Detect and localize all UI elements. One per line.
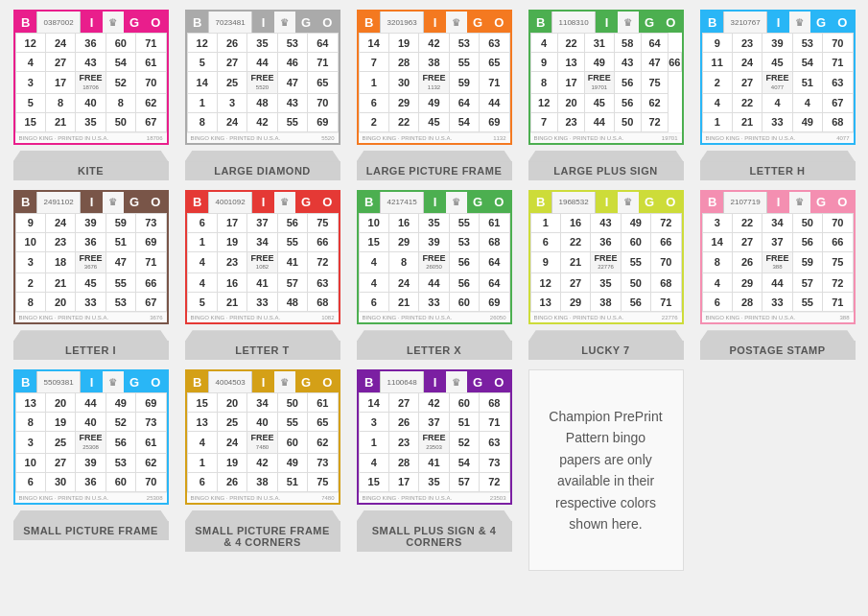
cell-r4-c1: 22 [388, 112, 418, 131]
cell-r4-c3: 55 [792, 293, 822, 312]
header-i: I [767, 12, 788, 33]
cell-r2-c3: 47 [106, 251, 135, 273]
cell-r4-c0: 7 [530, 112, 557, 131]
cell-r2-c0: 8 [530, 72, 557, 94]
card-tab-small-picture-frame: SMALL PICTURE FRAME [13, 510, 169, 540]
header-g: G [124, 12, 145, 33]
bingo-grid: 116434972622366066921FREE227765570122735… [530, 213, 682, 313]
header-o: O [488, 371, 509, 392]
cell-r0-c3: 50 [792, 213, 822, 232]
cell-r1-c4: 66 [651, 232, 681, 251]
header-b: B [187, 12, 208, 33]
header-g: G [295, 192, 317, 213]
header-i: I [596, 12, 617, 33]
cell-r2-c2: FREE26050 [419, 251, 449, 273]
header-serial: 3201963 [380, 12, 425, 33]
header-o: O [660, 12, 681, 33]
cell-r3-c2: 45 [585, 93, 614, 112]
header-serial: 1100648 [380, 371, 425, 392]
cell-r1-c4: 47 [641, 53, 668, 72]
cell-r4-c4: 75 [308, 472, 338, 491]
cell-r3-c3: 64 [449, 93, 479, 112]
cell-r0-c2: 35 [247, 34, 277, 53]
header-g: G [124, 371, 145, 392]
cell-r1-c2: 38 [419, 53, 449, 72]
tab-shape [528, 151, 684, 162]
cell-r1-c2: 37 [419, 413, 449, 432]
card-wrapper-small-picture-frame-4corners: B4004503I♛GO15203450611325405565424FREE7… [181, 369, 343, 571]
header-crown: ♛ [103, 12, 124, 33]
cell-r1-c3: 54 [106, 53, 135, 72]
cell-r2-c2: FREE23503 [419, 432, 449, 454]
cell-r2-c1: 24 [217, 432, 246, 454]
cell-r2-c2: FREE7480 [247, 432, 277, 454]
cell-r0-c0: 10 [359, 213, 388, 232]
card-footer: BINGO KING · PRINTED IN U.S.A.18706 [15, 132, 167, 143]
cell-r3-c2: 40 [76, 93, 106, 112]
cell-r0-c0: 12 [15, 34, 45, 53]
cell-r4-c4: 72 [480, 472, 509, 491]
cell-r0-c1: 23 [732, 34, 762, 53]
header-b: B [530, 192, 551, 213]
header-i: I [252, 12, 273, 33]
bingo-grid: 15203450611325405565424FREE7480606211942… [187, 392, 339, 492]
header-b: B [359, 371, 380, 392]
cell-r1-c0: 6 [530, 232, 560, 251]
cell-r1-c1: 23 [45, 232, 75, 251]
cell-r2-c4: 62 [308, 432, 338, 454]
cell-r4-c2: 33 [419, 293, 449, 312]
cell-r4-c1: 26 [217, 472, 246, 491]
cell-r3-c0: 12 [530, 93, 557, 112]
card-wrapper-large-picture-frame: B3201963I♛GO1419425363728385565130FREE11… [353, 10, 515, 180]
cell-r4-c3: 55 [277, 112, 307, 131]
bingo-grid: 9243959731023365169318FREE36764771221455… [15, 213, 167, 313]
cell-r3-c2: 41 [419, 453, 449, 472]
cell-r2-c3: 59 [449, 72, 479, 94]
cell-r3-c0: 4 [702, 93, 732, 112]
card-wrapper-letter-t: B4001092I♛GO617375675119345566423FREE108… [181, 190, 343, 361]
cell-r4-c2: 42 [247, 112, 277, 131]
cell-r3-c0: 4 [187, 273, 217, 293]
header-i: I [424, 371, 445, 392]
tab-shape [357, 151, 512, 162]
cell-r2-c4: 71 [136, 251, 166, 273]
header-serial: 4004503 [208, 371, 253, 392]
header-i: I [767, 192, 788, 213]
cell-r1-c0: 10 [15, 232, 45, 251]
header-b: B [15, 371, 36, 392]
header-o: O [317, 192, 338, 213]
cell-r2-c3: 47 [277, 72, 307, 94]
card-tab-small-picture-frame-4corners: SMALL PICTURE FRAME & 4 CORNERS [185, 510, 340, 552]
cell-r2-c3: 41 [277, 251, 307, 273]
cell-r0-c2: 34 [247, 393, 277, 413]
cell-r4-c2: 38 [247, 472, 277, 491]
header-serial: 1108310 [551, 12, 597, 33]
card-footer: BINGO KING · PRINTED IN U.S.A.22776 [530, 312, 682, 322]
cell-r1-c4: 66 [823, 232, 853, 251]
tab-shape [185, 510, 340, 522]
cell-r3-c0: 6 [359, 93, 388, 112]
bingo-grid: 1427426068326375171123FREE23503526342841… [359, 392, 510, 492]
cell-r1-c0: 11 [702, 53, 732, 72]
header-i: I [424, 12, 445, 33]
header-g: G [467, 192, 488, 213]
cell-r0-c4: 75 [308, 213, 338, 232]
header-crown: ♛ [274, 192, 295, 213]
cell-r0-c3: 55 [449, 213, 479, 232]
cell-r0-c4: 69 [136, 393, 166, 413]
bingo-card-small-plus-sign-4corners: B1100648I♛GO1427426068326375171123FREE23… [357, 369, 512, 505]
header-b: B [187, 371, 208, 392]
cell-r1-c1: 28 [388, 53, 418, 72]
cell-r2-c0: 4 [187, 251, 217, 273]
cell-r0-c2: 35 [419, 213, 449, 232]
cell-r2-c2: FREE19701 [585, 72, 614, 94]
cell-r3-c4: 73 [480, 453, 509, 472]
cell-r1-c1: 19 [217, 232, 246, 251]
cell-r3-c0: 1 [187, 453, 217, 472]
header-crown: ♛ [274, 12, 295, 33]
bingo-card-letter-t: B4001092I♛GO617375675119345566423FREE108… [185, 190, 340, 325]
tab-shape [700, 151, 856, 162]
cell-r1-c5: 66 [669, 53, 681, 72]
cell-r3-c2: 42 [247, 453, 277, 472]
cell-r4-c1: 20 [45, 293, 75, 312]
